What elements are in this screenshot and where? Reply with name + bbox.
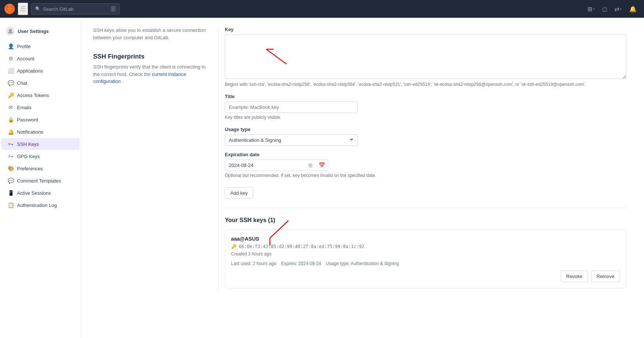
title-hint: Key titles are publicly visible. xyxy=(225,114,626,121)
merge-requests-button[interactable]: ⇄ ▾ xyxy=(611,3,625,15)
ssh-key-expires: Expires: 2024-08-24 xyxy=(281,261,321,266)
sidebar-item-label: Emails xyxy=(17,105,31,110)
main-content: SSH keys allow you to establish a secure… xyxy=(81,18,644,338)
search-bar[interactable]: 🔍 Search GitLab / xyxy=(31,3,120,14)
date-input-wrapper: ⊗ 📅 xyxy=(225,160,328,171)
profile-icon: 👤 xyxy=(7,43,14,49)
sidebar: User Settings 👤 Profile ⚙ Account ⬜ Appl… xyxy=(0,18,81,338)
key-label: Key xyxy=(225,27,626,32)
sidebar-item-label: Comment Templates xyxy=(17,178,61,184)
title-input[interactable] xyxy=(225,101,358,113)
title-form-group: Title Key titles are publicly visible. xyxy=(225,94,626,121)
add-key-group: Add key xyxy=(225,187,626,199)
ssh-key-fingerprint: 🔑 66:0e:f3:43:85:d2:99:40:2f:8a:ed:75:99… xyxy=(231,244,620,249)
usage-form-group: Usage type Authentication & Signing Auth… xyxy=(225,127,626,146)
expiration-input[interactable] xyxy=(225,160,305,171)
right-panel: Key Begins with 'ssh-rsa', 'ecdsa-sha2-n… xyxy=(219,27,632,293)
sidebar-item-label: Account xyxy=(17,56,34,61)
auth-log-icon: 📋 xyxy=(7,202,14,208)
chat-icon: 💬 xyxy=(7,80,14,86)
ssh-key-fingerprint-value: 66:0e:f3:43:85:d2:99:40:2f:8a:ed:75:99:0… xyxy=(239,244,365,249)
ssh-key-actions: Revoke Remove xyxy=(231,271,620,282)
access-tokens-icon: 🔑 xyxy=(7,92,14,98)
sidebar-item-auth-log[interactable]: 📋 Authentication Log xyxy=(1,199,79,211)
ssh-key-last-used: Last used: 2 hours ago xyxy=(231,261,276,266)
sidebar-item-password[interactable]: 🔒 Password xyxy=(1,114,79,126)
sidebar-item-preferences[interactable]: 🎨 Preferences xyxy=(1,163,79,174)
key-form-group: Key Begins with 'ssh-rsa', 'ecdsa-sha2-n… xyxy=(225,27,626,88)
sidebar-item-label: GPG Keys xyxy=(17,154,40,159)
key-textarea[interactable] xyxy=(225,34,626,79)
sidebar-section-title: User Settings xyxy=(18,29,49,34)
expiration-form-group: Expiration date ⊗ 📅 Optional but recomme… xyxy=(225,152,626,179)
sidebar-title: User Settings xyxy=(0,24,81,40)
hamburger-button[interactable]: ☰ xyxy=(18,3,28,15)
sidebar-item-active-sessions[interactable]: 📱 Active Sessions xyxy=(1,187,79,199)
sidebar-item-label: Access Tokens xyxy=(17,93,49,98)
gitlab-logo xyxy=(4,4,15,14)
sidebar-item-ssh-keys[interactable]: 🗝 SSH Keys xyxy=(1,138,79,150)
sidebar-item-label: Preferences xyxy=(17,166,43,171)
key-hint: Begins with 'ssh-rsa', 'ecdsa-sha2-nistp… xyxy=(225,81,626,88)
notifications-button[interactable]: 🔔 xyxy=(626,3,640,15)
fingerprints-title: SSH Fingerprints xyxy=(93,53,207,60)
usage-label: Usage type xyxy=(225,127,626,132)
ssh-keys-list-section: Your SSH keys (1) aaa@ASUS 🔑 66:0e:f3:43… xyxy=(225,217,626,288)
sidebar-item-label: Profile xyxy=(17,44,31,49)
content-wrapper: SSH keys allow you to establish a secure… xyxy=(93,27,632,293)
ssh-key-created: Created 3 hours ago xyxy=(231,251,271,257)
divider xyxy=(225,208,626,208)
title-label: Title xyxy=(225,94,626,99)
sidebar-item-chat[interactable]: 💬 Chat xyxy=(1,77,79,89)
sidebar-item-gpg-keys[interactable]: 🗝 GPG Keys xyxy=(1,150,79,162)
active-sessions-icon: 📱 xyxy=(7,190,14,196)
ssh-key-meta: Created 3 hours ago xyxy=(231,251,620,257)
usage-select[interactable]: Authentication & Signing Authentication … xyxy=(225,134,358,146)
sidebar-item-comment-templates[interactable]: 💬 Comment Templates xyxy=(1,175,79,187)
search-icon: 🔍 xyxy=(35,6,41,11)
gpg-keys-icon: 🗝 xyxy=(7,153,14,159)
sidebar-item-label: Notifications xyxy=(17,129,43,135)
merge-icon: ⇄ xyxy=(614,6,619,13)
topnav-icons: ⊞ ▾ ◻ ⇄ ▾ 🔔 xyxy=(584,3,640,15)
chevron-down-icon-2: ▾ xyxy=(620,7,622,11)
account-icon: ⚙ xyxy=(7,56,14,61)
ssh-keys-icon: 🗝 xyxy=(7,141,14,147)
sidebar-item-access-tokens[interactable]: 🔑 Access Tokens xyxy=(1,89,79,101)
ssh-key-usage-type: Usage type: Authentication & Signing xyxy=(326,261,399,266)
revoke-button[interactable]: Revoke xyxy=(561,271,588,282)
sidebar-item-emails[interactable]: ✉ Emails xyxy=(1,101,79,113)
slash-key: / xyxy=(111,6,116,12)
sidebar-item-label: SSH Keys xyxy=(17,141,39,147)
remove-button[interactable]: Remove xyxy=(591,271,620,282)
sidebar-item-applications[interactable]: ⬜ Applications xyxy=(1,65,79,77)
applications-icon: ⬜ xyxy=(7,68,14,74)
search-placeholder: Search GitLab xyxy=(43,6,109,12)
intro-text: SSH keys allow you to establish a secure… xyxy=(93,27,207,41)
sidebar-item-label: Applications xyxy=(17,68,43,74)
notifications-icon: 🔔 xyxy=(7,129,14,135)
issues-icon: ◻ xyxy=(602,6,607,13)
fingerprints-desc: SSH fingerprints verify that the client … xyxy=(93,63,207,85)
topnav: ☰ 🔍 Search GitLab / ⊞ ▾ ◻ ⇄ ▾ 🔔 xyxy=(0,0,644,18)
fingerprints-section: SSH Fingerprints SSH fingerprints verify… xyxy=(93,53,207,85)
expiration-label: Expiration date xyxy=(225,152,626,157)
sidebar-item-label: Active Sessions xyxy=(17,190,51,196)
create-button[interactable]: ⊞ ▾ xyxy=(584,3,598,15)
issues-button[interactable]: ◻ xyxy=(599,3,610,15)
emails-icon: ✉ xyxy=(7,104,14,110)
sidebar-item-account[interactable]: ⚙ Account xyxy=(1,53,79,64)
sidebar-item-notifications[interactable]: 🔔 Notifications xyxy=(1,126,79,138)
expiration-hint: Optional but recommended. If set, key be… xyxy=(225,173,626,179)
ssh-key-item: aaa@ASUS 🔑 66:0e:f3:43:85:d2:99:40:2f:8a… xyxy=(225,230,626,288)
date-calendar-button[interactable]: 📅 xyxy=(316,161,328,170)
date-clear-button[interactable]: ⊗ xyxy=(305,160,316,170)
ssh-key-meta-details: Last used: 2 hours ago Expires: 2024-08-… xyxy=(231,261,620,266)
ssh-keys-list-title: Your SSH keys (1) xyxy=(225,217,626,224)
left-panel: SSH keys allow you to establish a secure… xyxy=(93,27,219,293)
plus-icon: ⊞ xyxy=(587,6,592,13)
sidebar-item-profile[interactable]: 👤 Profile xyxy=(1,40,79,52)
sidebar-item-label: Password xyxy=(17,117,38,123)
fingerprints-desc-text: SSH fingerprints verify that the client … xyxy=(93,64,206,77)
add-key-button[interactable]: Add key xyxy=(225,187,253,199)
